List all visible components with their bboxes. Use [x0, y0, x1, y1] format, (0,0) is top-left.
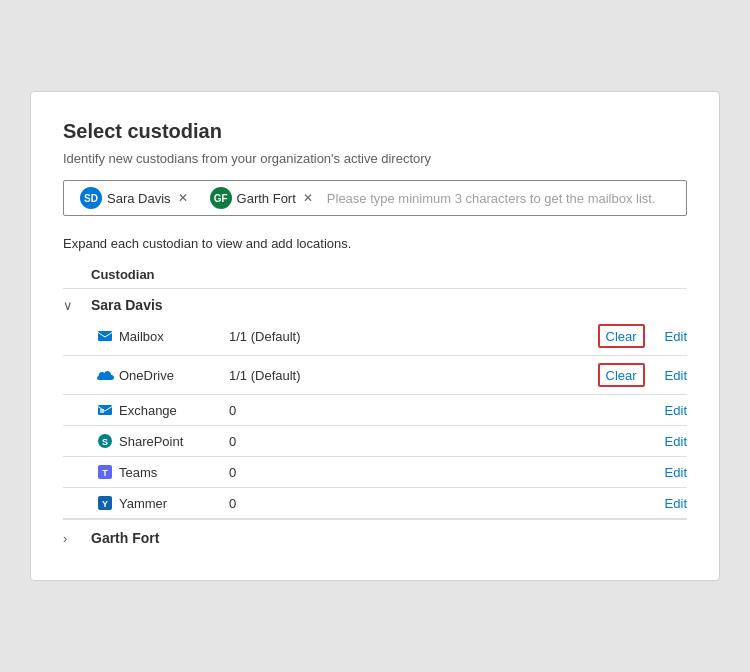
search-input-placeholder: Please type minimum 3 characters to get … — [327, 191, 678, 206]
garth-fort-name: Garth Fort — [91, 530, 159, 546]
mailbox-icon — [91, 328, 119, 344]
yammer-label: Yammer — [119, 496, 229, 511]
teams-value: 0 — [229, 465, 567, 480]
onedrive-label: OneDrive — [119, 368, 229, 383]
yammer-actions: Edit — [567, 496, 687, 511]
custodian-sara-davis-row: ∨ Sara Davis — [63, 289, 687, 317]
onedrive-icon — [91, 369, 119, 382]
sharepoint-label: SharePoint — [119, 434, 229, 449]
tag-close-sara-davis[interactable]: ✕ — [178, 191, 188, 205]
sara-davis-expand-icon[interactable]: ∨ — [63, 298, 91, 313]
sharepoint-edit-button[interactable]: Edit — [665, 434, 687, 449]
exchange-label: Exchange — [119, 403, 229, 418]
teams-edit-button[interactable]: Edit — [665, 465, 687, 480]
mailbox-value: 1/1 (Default) — [229, 329, 567, 344]
tag-avatar-sd: SD — [80, 187, 102, 209]
sara-davis-exchange-row: Exchange 0 Edit — [63, 395, 687, 426]
clear-highlight-mailbox: Clear — [598, 324, 645, 348]
yammer-edit-button[interactable]: Edit — [665, 496, 687, 511]
teams-label: Teams — [119, 465, 229, 480]
custodian-search-box[interactable]: SD Sara Davis ✕ GF Garth Fort ✕ Please t… — [63, 180, 687, 216]
column-header-label: Custodian — [91, 267, 155, 282]
panel-title: Select custodian — [63, 120, 687, 143]
exchange-value: 0 — [229, 403, 567, 418]
onedrive-value: 1/1 (Default) — [229, 368, 567, 383]
yammer-icon: Y — [91, 495, 119, 511]
panel-subtitle: Identify new custodians from your organi… — [63, 151, 687, 166]
select-custodian-panel: Select custodian Identify new custodians… — [30, 91, 720, 581]
sara-davis-name: Sara Davis — [91, 297, 163, 313]
clear-highlight-onedrive: Clear — [598, 363, 645, 387]
tag-sara-davis: SD Sara Davis ✕ — [72, 185, 196, 211]
sara-davis-teams-row: T Teams 0 Edit — [63, 457, 687, 488]
custodian-table: Custodian ∨ Sara Davis Mailbox 1/1 (Defa… — [63, 261, 687, 552]
sara-davis-mailbox-row: Mailbox 1/1 (Default) Clear Edit — [63, 317, 687, 356]
onedrive-clear-button[interactable]: Clear — [606, 368, 637, 383]
mailbox-actions: Clear Edit — [567, 324, 687, 348]
mailbox-edit-button[interactable]: Edit — [665, 329, 687, 344]
sharepoint-actions: Edit — [567, 434, 687, 449]
exchange-edit-button[interactable]: Edit — [665, 403, 687, 418]
yammer-value: 0 — [229, 496, 567, 511]
mailbox-label: Mailbox — [119, 329, 229, 344]
sharepoint-icon: S — [91, 433, 119, 449]
tag-name-garth-fort: Garth Fort — [237, 191, 296, 206]
sara-davis-yammer-row: Y Yammer 0 Edit — [63, 488, 687, 519]
garth-fort-expand-icon[interactable]: › — [63, 531, 91, 546]
column-header-row: Custodian — [63, 261, 687, 289]
exchange-icon — [91, 402, 119, 418]
sara-davis-onedrive-row: OneDrive 1/1 (Default) Clear Edit — [63, 356, 687, 395]
tag-avatar-gf: GF — [210, 187, 232, 209]
onedrive-edit-button[interactable]: Edit — [665, 368, 687, 383]
svg-rect-0 — [98, 331, 112, 341]
teams-icon: T — [91, 464, 119, 480]
svg-text:T: T — [102, 468, 108, 478]
tag-close-garth-fort[interactable]: ✕ — [303, 191, 313, 205]
svg-rect-2 — [100, 409, 104, 413]
tag-name-sara-davis: Sara Davis — [107, 191, 171, 206]
sara-davis-sharepoint-row: S SharePoint 0 Edit — [63, 426, 687, 457]
expand-hint: Expand each custodian to view and add lo… — [63, 236, 687, 251]
mailbox-clear-button[interactable]: Clear — [606, 329, 637, 344]
onedrive-actions: Clear Edit — [567, 363, 687, 387]
teams-actions: Edit — [567, 465, 687, 480]
svg-text:S: S — [102, 437, 108, 447]
sharepoint-value: 0 — [229, 434, 567, 449]
tag-garth-fort: GF Garth Fort ✕ — [202, 185, 321, 211]
svg-text:Y: Y — [102, 499, 108, 509]
custodian-garth-fort-row: › Garth Fort — [63, 519, 687, 552]
exchange-actions: Edit — [567, 403, 687, 418]
